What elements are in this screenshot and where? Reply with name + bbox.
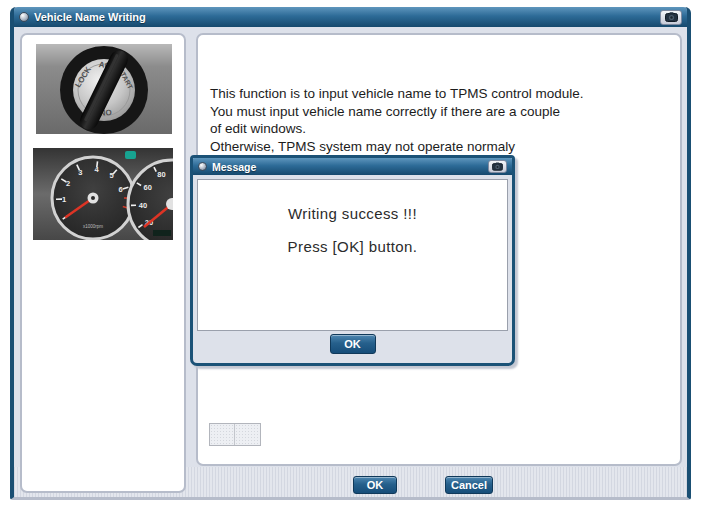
cancel-button[interactable]: Cancel — [445, 476, 493, 494]
tach-unit-label: x1000rpm — [83, 224, 103, 229]
dialog-message-line: Writing success !!! — [198, 197, 507, 230]
tach-number: 1 — [62, 195, 66, 204]
dialog-message-line: Press [OK] button. — [198, 230, 507, 263]
window-sphere-icon — [19, 12, 29, 22]
edit-windows — [209, 423, 261, 446]
camera-icon — [492, 162, 503, 171]
tach-number: 5 — [110, 171, 114, 180]
dialog-sphere-icon — [198, 162, 207, 171]
dialog-capture-button[interactable] — [488, 160, 507, 173]
speedo-number: 60 — [144, 183, 152, 192]
window-title: Vehicle Name Writing — [34, 11, 146, 23]
ignition-switch-image: ACC LOCK START ON — [36, 44, 172, 134]
tach-number: 3 — [78, 168, 82, 177]
speedo-number: 40 — [139, 201, 147, 210]
dialog-message-box: Writing success !!! Press [OK] button. — [197, 179, 508, 331]
message-dialog: Message Writing success !!! Press [OK] b… — [190, 155, 515, 366]
instruction-line: of edit windows. — [210, 120, 583, 138]
camera-icon — [665, 12, 678, 22]
instruction-line: You must input vehicle name correctly if… — [210, 103, 583, 121]
edit-window-cell-1[interactable] — [210, 424, 235, 445]
capture-button[interactable] — [660, 10, 682, 25]
dialog-title: Message — [212, 161, 256, 173]
instruction-text: This function is to input vehicle name t… — [210, 85, 583, 155]
window-titlebar[interactable]: Vehicle Name Writing — [14, 7, 687, 27]
indicator-lamp — [125, 151, 136, 159]
edit-window-cell-2[interactable] — [235, 424, 260, 445]
dialog-titlebar[interactable]: Message — [193, 158, 512, 175]
dialog-ok-button[interactable]: OK — [330, 334, 376, 354]
instrument-cluster-image: 1 2 3 4 5 6 x1000rpm — [33, 148, 173, 240]
tach-number: 6 — [119, 185, 123, 194]
instruction-line: Otherwise, TPMS system may not operate n… — [210, 138, 583, 156]
speedo-number: 80 — [157, 170, 165, 179]
instruction-line: This function is to input vehicle name t… — [210, 85, 583, 103]
ok-button[interactable]: OK — [353, 476, 397, 494]
left-panel: ACC LOCK START ON — [20, 33, 186, 493]
tach-number: 2 — [66, 179, 70, 188]
